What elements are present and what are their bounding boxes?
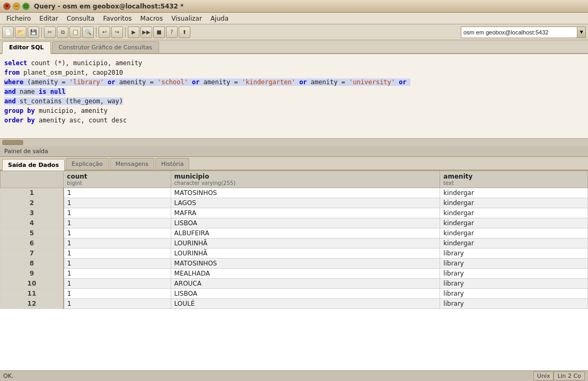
cell-municipio: MEALHADA	[171, 269, 440, 279]
data-table: count bigint municipio character varying…	[0, 171, 588, 309]
connection-input[interactable]	[461, 26, 577, 38]
tab-builder[interactable]: Construtor Gráfico de Consultas	[52, 41, 159, 53]
cell-rownum: 7	[1, 249, 64, 259]
output-section: Painel de saída Saída de Dados Explicaçã…	[0, 146, 588, 381]
minimize-button[interactable]: ─	[13, 3, 20, 10]
cell-rownum: 1	[1, 188, 64, 198]
cell-municipio: MATOSINHOS	[171, 188, 440, 198]
cell-count: 1	[64, 198, 171, 208]
undo-button[interactable]: ↩	[99, 26, 110, 38]
tab-historia[interactable]: História	[155, 158, 189, 170]
cell-rownum: 11	[1, 289, 64, 299]
menu-macros[interactable]: Macros	[136, 14, 168, 23]
status-badges: Unix Lin 2 Co	[533, 371, 585, 380]
table-body: 11MATOSINHOSkindergar21LAGOSkindergar31M…	[1, 188, 588, 309]
cell-municipio: LOULÉ	[171, 299, 440, 309]
menu-ficheiro[interactable]: Ficheiro	[2, 14, 35, 23]
stop-button[interactable]: ■	[153, 26, 165, 38]
col-municipio: municipio character varying(255)	[171, 171, 440, 188]
cell-count: 1	[64, 269, 171, 279]
close-button[interactable]: ✕	[3, 3, 11, 10]
cell-rownum: 10	[1, 279, 64, 289]
cell-municipio: LOURINHÃ	[171, 249, 440, 259]
cell-municipio: MAFRA	[171, 208, 440, 218]
table-row: 121LOULÉlibrary	[1, 299, 588, 309]
sql-content: select count (*), municipio, amenity fro…	[4, 58, 584, 125]
cell-count: 1	[64, 218, 171, 228]
cell-municipio: LISBOA	[171, 289, 440, 299]
table-header: count bigint municipio character varying…	[1, 171, 588, 188]
maximize-button[interactable]: □	[22, 3, 30, 10]
tab-mensagens[interactable]: Mensagens	[110, 158, 154, 170]
menu-favoritos[interactable]: Favoritos	[99, 14, 136, 23]
cell-municipio: LOURINHÃ	[171, 238, 440, 249]
menu-visualizar[interactable]: Visualizar	[167, 14, 206, 23]
redo-button[interactable]: ↪	[111, 26, 123, 38]
toolbar: 📄 📂 💾 ✂ ⧉ 📋 🔍 ↩ ↪ ▶ ▶▶ ■ ? ⬆ ▼	[0, 24, 588, 40]
table-row: 11MATOSINHOSkindergar	[1, 188, 588, 198]
cell-amenity: kindergar	[440, 218, 588, 228]
open-button[interactable]: 📂	[15, 26, 27, 38]
tab-saida-dados[interactable]: Saída de Dados	[2, 159, 65, 171]
cell-municipio: AROUCA	[171, 279, 440, 289]
sep2	[96, 27, 96, 38]
table-row: 111LISBOAlibrary	[1, 289, 588, 299]
cell-count: 1	[64, 238, 171, 249]
output-panel-label: Painel de saída	[0, 146, 588, 157]
editor-tab-bar: Editor SQL Construtor Gráfico de Consult…	[0, 40, 588, 54]
cell-amenity: kindergar	[440, 208, 588, 218]
cell-rownum: 12	[1, 299, 64, 309]
table-row: 61LOURINHÃkindergar	[1, 238, 588, 249]
execute-all-button[interactable]: ▶▶	[141, 26, 152, 38]
status-text: OK.	[3, 373, 13, 379]
export-button[interactable]: ⬆	[179, 26, 190, 38]
cell-amenity: library	[440, 249, 588, 259]
new-button[interactable]: 📄	[2, 26, 14, 38]
cell-count: 1	[64, 228, 171, 238]
toolbar-connection: ▼	[461, 26, 586, 38]
data-table-container[interactable]: count bigint municipio character varying…	[0, 171, 588, 381]
cell-amenity: kindergar	[440, 228, 588, 238]
sep1	[41, 27, 42, 38]
cell-amenity: library	[440, 259, 588, 269]
editor-hscroll[interactable]	[0, 139, 588, 146]
table-row: 71LOURINHÃlibrary	[1, 249, 588, 259]
cell-municipio: ALBUFEIRA	[171, 228, 440, 238]
cell-municipio: LISBOA	[171, 218, 440, 228]
connection-dropdown-button[interactable]: ▼	[577, 26, 586, 38]
cell-rownum: 4	[1, 218, 64, 228]
cell-amenity: library	[440, 289, 588, 299]
cell-amenity: library	[440, 279, 588, 289]
cell-amenity: library	[440, 299, 588, 309]
cell-municipio: LAGOS	[171, 198, 440, 208]
table-row: 51ALBUFEIRAkindergar	[1, 228, 588, 238]
tab-explicacao[interactable]: Explicação	[66, 158, 109, 170]
cell-amenity: kindergar	[440, 188, 588, 198]
menubar: Ficheiro Editar Consulta Favoritos Macro…	[0, 13, 588, 24]
cell-rownum: 5	[1, 228, 64, 238]
copy-button[interactable]: ⧉	[57, 26, 68, 38]
result-tab-bar: Saída de Dados Explicação Mensagens Hist…	[0, 157, 588, 171]
menu-editar[interactable]: Editar	[35, 14, 63, 23]
editor-section: Editor SQL Construtor Gráfico de Consult…	[0, 40, 588, 146]
sql-editor[interactable]: select count (*), municipio, amenity fro…	[0, 54, 588, 139]
execute-button[interactable]: ▶	[128, 26, 139, 38]
menu-consulta[interactable]: Consulta	[63, 14, 99, 23]
menu-ajuda[interactable]: Ajuda	[206, 14, 233, 23]
cut-button[interactable]: ✂	[44, 26, 56, 38]
cell-count: 1	[64, 259, 171, 269]
table-row: 101AROUCAlibrary	[1, 279, 588, 289]
explain-button[interactable]: ?	[166, 26, 178, 38]
paste-button[interactable]: 📋	[69, 26, 81, 38]
col-count: count bigint	[64, 171, 171, 188]
titlebar: ✕ ─ □ Query - osm em geobox@localhost:54…	[0, 0, 588, 13]
cell-count: 1	[64, 249, 171, 259]
tab-editor-sql[interactable]: Editor SQL	[2, 41, 51, 54]
cell-amenity: library	[440, 269, 588, 279]
cell-count: 1	[64, 289, 171, 299]
find-button[interactable]: 🔍	[82, 26, 94, 38]
cell-rownum: 2	[1, 198, 64, 208]
cell-rownum: 3	[1, 208, 64, 218]
save-button[interactable]: 💾	[28, 26, 39, 38]
table-row: 31MAFRAkindergar	[1, 208, 588, 218]
